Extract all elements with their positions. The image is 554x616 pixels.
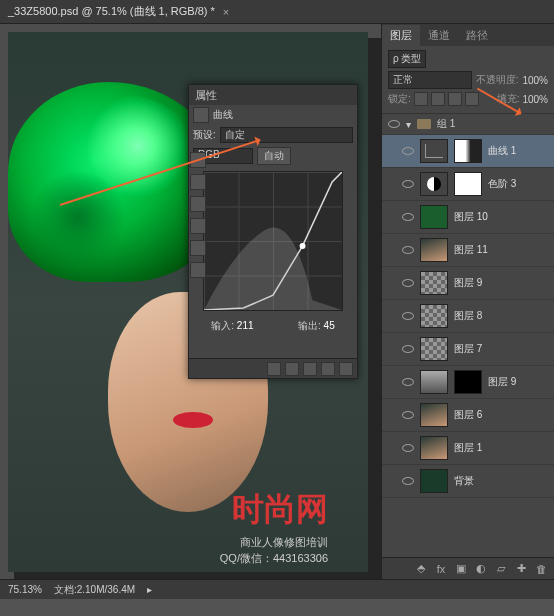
visibility-toggle-icon[interactable] [402, 147, 414, 155]
layer-options: ρ 类型 正常 不透明度: 100% 锁定: 填充: 100% [382, 46, 554, 114]
layer-thumbnail[interactable] [420, 238, 448, 262]
new-group-icon[interactable]: ▱ [494, 562, 508, 576]
status-bar: 75.13% 文档:2.10M/36.4M ▸ [0, 579, 554, 599]
layer-style-icon[interactable]: fx [434, 562, 448, 576]
lock-all-icon[interactable] [465, 92, 479, 106]
visibility-toggle-icon[interactable] [402, 180, 414, 188]
layer-thumbnail[interactable] [420, 304, 448, 328]
visibility-toggle-icon[interactable] [388, 120, 400, 128]
layer-row[interactable]: 背景 [382, 465, 554, 498]
visibility-toggle-icon[interactable] [402, 312, 414, 320]
layer-mask-thumbnail[interactable] [454, 172, 482, 196]
curves-graph[interactable] [203, 171, 343, 311]
layer-row[interactable]: 图层 9 [382, 366, 554, 399]
layer-row[interactable]: 图层 7 [382, 333, 554, 366]
layer-name[interactable]: 图层 7 [454, 342, 482, 356]
delete-adjustment-icon[interactable] [339, 362, 353, 376]
tab-channels[interactable]: 通道 [420, 25, 458, 46]
lock-label: 锁定: [388, 92, 411, 106]
document-tab[interactable]: _33Z5800.psd @ 75.1% (曲线 1, RGB/8) * [8, 4, 215, 19]
watermark-qq: QQ/微信：443163306 [220, 551, 328, 566]
visibility-toggle-icon[interactable] [402, 213, 414, 221]
visibility-toggle-icon[interactable] [402, 477, 414, 485]
view-previous-icon[interactable] [285, 362, 299, 376]
layer-name[interactable]: 图层 10 [454, 210, 488, 224]
curve-draw-tool[interactable] [190, 174, 206, 190]
fill-value[interactable]: 100% [522, 94, 548, 105]
canvas-area[interactable]: 时尚网 商业人像修图培训 QQ/微信：443163306 属性 曲线 预设: 自… [0, 24, 381, 579]
zoom-level[interactable]: 75.13% [8, 584, 42, 595]
layer-thumbnail[interactable] [420, 436, 448, 460]
adjustment-type-label: 曲线 [213, 108, 233, 122]
panel-tabs: 图层 通道 路径 [382, 24, 554, 46]
chevron-down-icon[interactable]: ▾ [406, 119, 411, 130]
visibility-toggle-icon[interactable] [402, 411, 414, 419]
layer-name[interactable]: 曲线 1 [488, 144, 516, 158]
visibility-toggle-icon[interactable] [402, 345, 414, 353]
curves-properties-panel[interactable]: 属性 曲线 预设: 自定 RGB 自动 [188, 84, 358, 379]
layer-row[interactable]: 曲线 1 [382, 135, 554, 168]
toggle-visibility-icon[interactable] [321, 362, 335, 376]
layer-row[interactable]: 图层 8 [382, 300, 554, 333]
layer-name[interactable]: 图层 6 [454, 408, 482, 422]
document-info[interactable]: 文档:2.10M/36.4M [54, 583, 135, 597]
layer-thumbnail[interactable] [420, 469, 448, 493]
layer-name[interactable]: 图层 11 [454, 243, 488, 257]
layer-thumbnail[interactable] [420, 172, 448, 196]
panel-title: 属性 [189, 85, 357, 105]
layer-row[interactable]: 图层 1 [382, 432, 554, 465]
layer-row[interactable]: 图层 10 [382, 201, 554, 234]
lock-pixels-icon[interactable] [431, 92, 445, 106]
visibility-toggle-icon[interactable] [402, 279, 414, 287]
watermark-sub: 商业人像修图培训 [240, 535, 328, 550]
layer-mask-thumbnail[interactable] [454, 370, 482, 394]
blend-mode-select[interactable]: 正常 [388, 71, 472, 89]
layers-list[interactable]: ▾ 组 1 曲线 1色阶 3图层 10图层 11图层 9图层 8图层 7图层 9… [382, 114, 554, 557]
reset-icon[interactable] [303, 362, 317, 376]
sampler-tool[interactable] [190, 196, 206, 212]
white-point-icon[interactable] [190, 262, 206, 278]
group-name[interactable]: 组 1 [437, 117, 455, 131]
layer-name[interactable]: 图层 9 [454, 276, 482, 290]
gray-point-icon[interactable] [190, 240, 206, 256]
layer-row[interactable]: 图层 9 [382, 267, 554, 300]
filter-kind-select[interactable]: ρ 类型 [388, 50, 426, 68]
lock-transparency-icon[interactable] [414, 92, 428, 106]
layer-thumbnail[interactable] [420, 271, 448, 295]
layer-thumbnail[interactable] [420, 337, 448, 361]
layer-name[interactable]: 图层 9 [488, 375, 516, 389]
layer-row[interactable]: 色阶 3 [382, 168, 554, 201]
chevron-right-icon[interactable]: ▸ [147, 584, 152, 595]
layer-row[interactable]: 图层 6 [382, 399, 554, 432]
visibility-toggle-icon[interactable] [402, 378, 414, 386]
visibility-toggle-icon[interactable] [402, 246, 414, 254]
layer-thumbnail[interactable] [420, 139, 448, 163]
layer-thumbnail[interactable] [420, 403, 448, 427]
layer-name[interactable]: 色阶 3 [488, 177, 516, 191]
opacity-value[interactable]: 100% [522, 75, 548, 86]
visibility-toggle-icon[interactable] [402, 444, 414, 452]
close-tab-icon[interactable]: × [223, 6, 229, 18]
black-point-icon[interactable] [190, 218, 206, 234]
layer-name[interactable]: 图层 1 [454, 441, 482, 455]
tab-layers[interactable]: 图层 [382, 25, 420, 46]
layer-name[interactable]: 背景 [454, 474, 474, 488]
preset-select[interactable]: 自定 [220, 127, 353, 143]
layer-group[interactable]: ▾ 组 1 [382, 114, 554, 135]
layer-thumbnail[interactable] [420, 205, 448, 229]
clip-to-layer-icon[interactable] [267, 362, 281, 376]
panel-footer [189, 358, 357, 378]
layer-mask-icon[interactable]: ▣ [454, 562, 468, 576]
layer-name[interactable]: 图层 8 [454, 309, 482, 323]
layer-row[interactable]: 图层 11 [382, 234, 554, 267]
link-layers-icon[interactable]: ⬘ [414, 562, 428, 576]
new-fill-adjustment-icon[interactable]: ◐ [474, 562, 488, 576]
delete-layer-icon[interactable]: 🗑 [534, 562, 548, 576]
tab-paths[interactable]: 路径 [458, 25, 496, 46]
new-layer-icon[interactable]: ✚ [514, 562, 528, 576]
layer-thumbnail[interactable] [420, 370, 448, 394]
auto-button[interactable]: 自动 [257, 147, 291, 165]
layer-mask-thumbnail[interactable] [454, 139, 482, 163]
lock-position-icon[interactable] [448, 92, 462, 106]
document-tab-bar: _33Z5800.psd @ 75.1% (曲线 1, RGB/8) * × [0, 0, 554, 24]
